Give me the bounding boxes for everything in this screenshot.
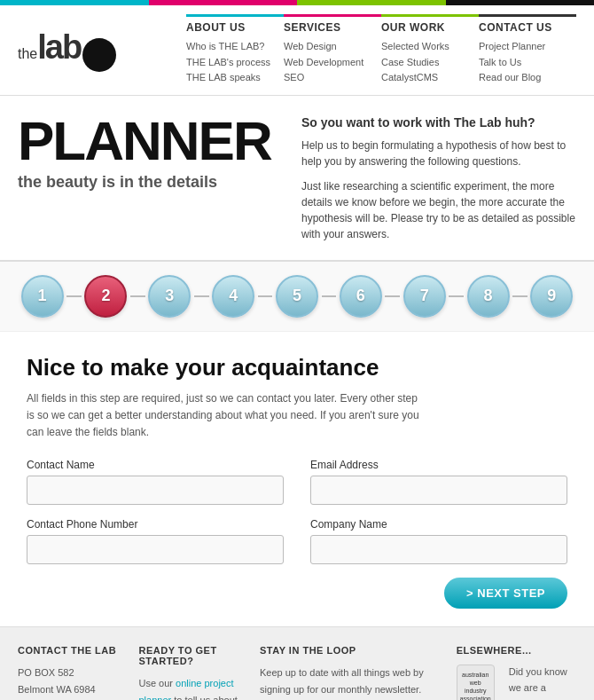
step-7[interactable]: 7 (403, 275, 446, 318)
contact-name-input[interactable] (27, 476, 284, 505)
form-group-company: Company Name (310, 518, 567, 564)
step-5[interactable]: 5 (276, 275, 318, 318)
nav-services-link-2[interactable]: Web Development (284, 55, 381, 71)
step-4[interactable]: 4 (212, 275, 254, 318)
nav-services: SERVICES Web Design Web Development SEO (284, 14, 381, 86)
form-group-phone: Contact Phone Number (27, 518, 284, 564)
header: thelab ABOUT US Who is THE LAB? THE LAB'… (0, 5, 594, 96)
step-7-wrapper: 7 (400, 275, 449, 318)
logo-icon (82, 38, 116, 72)
nav-work-title: OUR WORK (381, 14, 479, 34)
email-label: Email Address (310, 459, 567, 471)
nav-contact-link-2[interactable]: Talk to Us (479, 55, 576, 71)
step-connector-7 (449, 295, 464, 297)
nav-about-link-1[interactable]: Who is THE LAB? (186, 39, 284, 55)
footer-contact-heading: CONTACT THE LAB (18, 645, 121, 656)
footer-ready: READY TO GET STARTED? Use our online pro… (139, 645, 243, 700)
phone-input[interactable] (27, 535, 284, 564)
next-step-button[interactable]: > NEXT STEP (444, 578, 567, 609)
form-description: All fields in this step are required, ju… (27, 390, 426, 442)
hero-section: PLANNER the beauty is in the details So … (0, 96, 594, 262)
step-9-wrapper: 9 (528, 275, 576, 318)
footer-contact: CONTACT THE LAB PO BOX 582 Belmont WA 69… (18, 645, 121, 700)
step-connector-6 (385, 295, 400, 297)
nav-services-link-3[interactable]: SEO (284, 70, 381, 86)
contact-name-label: Contact Name (27, 459, 284, 471)
nav-work-link-2[interactable]: Case Studies (381, 55, 479, 71)
step-6[interactable]: 6 (340, 275, 382, 318)
step-3-wrapper: 3 (145, 275, 194, 318)
company-input[interactable] (310, 535, 567, 564)
step-connector-3 (194, 295, 209, 297)
step-connector-2 (130, 295, 145, 297)
step-6-wrapper: 6 (336, 275, 385, 318)
step-connector-5 (322, 295, 337, 297)
footer-ready-text: Use our online project planner to tell u… (139, 675, 243, 700)
form-row-1: Contact Name Email Address (27, 459, 567, 505)
footer: CONTACT THE LAB PO BOX 582 Belmont WA 69… (0, 626, 594, 700)
step-3[interactable]: 3 (148, 275, 191, 318)
step-5-wrapper: 5 (272, 275, 321, 318)
form-group-name: Contact Name (27, 459, 284, 505)
nav-work-link-1[interactable]: Selected Works (381, 39, 479, 55)
nav-about: ABOUT US Who is THE LAB? THE LAB's proce… (186, 14, 284, 86)
color-bar (0, 0, 594, 5)
step-4-wrapper: 4 (209, 275, 258, 318)
step-9[interactable]: 9 (530, 275, 573, 318)
hero-para1: Help us to begin formulating a hypothesi… (301, 138, 576, 169)
footer-loop: STAY IN THE LOOP Keep up to date with al… (260, 645, 439, 700)
form-title: Nice to make your acquaintance (27, 354, 567, 381)
steps-bar: 1 2 3 4 5 6 7 8 9 (0, 262, 594, 332)
step-1[interactable]: 1 (21, 275, 64, 318)
company-label: Company Name (310, 518, 567, 531)
phone-label: Contact Phone Number (27, 518, 284, 531)
awia-description: Did you know we are a member of AWIA - T… (509, 665, 576, 700)
footer-loop-heading: STAY IN THE LOOP (260, 645, 439, 656)
nav-work-link-3[interactable]: CatalystCMS (381, 70, 479, 86)
email-input[interactable] (310, 476, 567, 505)
form-actions: > NEXT STEP (27, 578, 567, 609)
form-section: Nice to make your acquaintance All field… (0, 332, 594, 627)
hero-subtitle: the beauty is in the details (18, 173, 284, 192)
step-connector-4 (258, 295, 273, 297)
hero-heading: So you want to work with The Lab huh? (301, 114, 576, 132)
nav-contact-link-3[interactable]: Read our Blog (479, 70, 576, 86)
hero-para2: Just like researching a scientific exper… (301, 178, 576, 242)
step-8-wrapper: 8 (464, 275, 512, 318)
nav-services-link-1[interactable]: Web Design (284, 39, 381, 55)
step-connector-1 (66, 295, 82, 297)
nav-services-title: SERVICES (284, 14, 381, 34)
nav-contact-link-1[interactable]: Project Planner (479, 39, 576, 55)
awia-row: australian web industry association Did … (457, 665, 576, 700)
nav-about-link-2[interactable]: THE LAB's process (186, 55, 284, 71)
nav-contact-title: CONTACT US (479, 14, 576, 34)
hero-right: So you want to work with The Lab huh? He… (284, 114, 576, 251)
nav-contact: CONTACT US Project Planner Talk to Us Re… (479, 14, 576, 86)
step-1-wrapper: 1 (18, 275, 66, 318)
step-connector-8 (512, 295, 528, 297)
step-8[interactable]: 8 (467, 275, 510, 318)
nav-about-link-3[interactable]: THE LAB speaks (186, 70, 284, 86)
step-2[interactable]: 2 (84, 275, 127, 318)
footer-loop-text: Keep up to date with all things web by s… (260, 665, 439, 697)
step-2-wrapper: 2 (82, 275, 130, 318)
footer-ready-heading: READY TO GET STARTED? (139, 645, 243, 666)
nav-about-title: ABOUT US (186, 14, 284, 34)
hero-left: PLANNER the beauty is in the details (18, 114, 284, 251)
logo[interactable]: thelab (18, 28, 186, 73)
footer-elsewhere-heading: ELSEWHERE... (457, 645, 576, 656)
footer-contact-address: PO BOX 582 Belmont WA 6984 +61 8 6102 36… (18, 665, 121, 700)
form-row-2: Contact Phone Number Company Name (27, 518, 567, 564)
footer-elsewhere: ELSEWHERE... australian web industry ass… (457, 645, 576, 700)
awia-logo: australian web industry association (457, 665, 495, 700)
nav-work: OUR WORK Selected Works Case Studies Cat… (381, 14, 479, 86)
main-nav: ABOUT US Who is THE LAB? THE LAB's proce… (186, 14, 576, 86)
hero-title: PLANNER (18, 114, 284, 169)
form-group-email: Email Address (310, 459, 567, 505)
